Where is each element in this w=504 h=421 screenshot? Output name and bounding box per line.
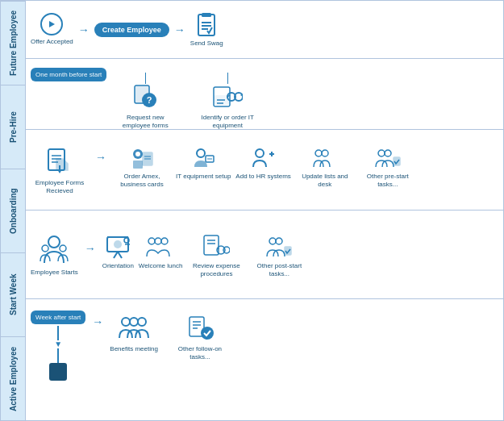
arrow-onboard-1: → bbox=[94, 151, 108, 164]
add-hr-item: Add to HR systems bbox=[235, 146, 290, 181]
arrow-1: → bbox=[77, 23, 91, 36]
lane-label-onboarding: Onboarding bbox=[1, 169, 25, 252]
svg-point-47 bbox=[114, 240, 122, 248]
lane-active-content: Week after start ▼ → bbox=[31, 306, 498, 381]
employee-starts-icon bbox=[39, 234, 69, 266]
send-swag-item: Send Swag bbox=[190, 11, 223, 48]
identify-it-label: Identify or order IT equipment bbox=[198, 114, 256, 129]
one-month-item: One month before start bbox=[31, 68, 106, 81]
svg-text:?: ? bbox=[147, 95, 152, 105]
arrow-2: → bbox=[173, 23, 187, 36]
forms-received-icon bbox=[45, 148, 74, 177]
svg-point-35 bbox=[256, 149, 264, 157]
benefits-meeting-item: Benefits meeting bbox=[110, 314, 158, 353]
send-swag-label: Send Swag bbox=[190, 40, 223, 48]
svg-point-41 bbox=[385, 150, 391, 156]
svg-rect-56 bbox=[204, 236, 219, 255]
diagram-container: Future Employee Pre-Hire Onboarding Star… bbox=[0, 0, 504, 421]
lane-active: Week after start ▼ → bbox=[26, 299, 503, 421]
svg-point-69 bbox=[138, 318, 146, 326]
svg-point-45 bbox=[60, 245, 66, 252]
svg-point-38 bbox=[315, 150, 322, 156]
send-swag-icon bbox=[194, 11, 219, 37]
update-lists-label: Update lists and desk bbox=[296, 173, 354, 188]
svg-rect-28 bbox=[133, 160, 143, 169]
arrow-active-1: → bbox=[90, 315, 105, 328]
lane-label-future: Future Employee bbox=[1, 1, 25, 85]
arrow-startweek-1: → bbox=[83, 242, 98, 255]
lane-future-content: Offer Accepted → Create Employee → bbox=[31, 11, 498, 48]
svg-rect-2 bbox=[202, 13, 211, 17]
update-lists-item: Update lists and desk bbox=[296, 146, 354, 188]
other-poststart-label: Other post-start tasks... bbox=[250, 262, 308, 277]
identify-it-icon bbox=[212, 84, 243, 111]
lane-startweek-content: Employee Starts → bbox=[31, 231, 498, 277]
offer-accepted-label: Offer Accepted bbox=[31, 38, 73, 46]
employee-starts-label: Employee Starts bbox=[31, 269, 78, 277]
week-after-rect: Week after start bbox=[31, 311, 85, 324]
lane-prehire: One month before start bbox=[26, 59, 503, 130]
lane-onboarding: Employee Forms Recieved → bbox=[26, 130, 503, 210]
other-followon-label: Other follow-on tasks... bbox=[171, 345, 229, 361]
lane-label-startweek: Start Week bbox=[1, 252, 25, 336]
create-employee-btn[interactable]: Create Employee bbox=[94, 23, 169, 37]
svg-marker-23 bbox=[56, 159, 68, 170]
svg-point-53 bbox=[148, 238, 155, 244]
it-setup-label: IT equipment setup bbox=[176, 173, 231, 181]
review-expense-item: Review expense procedures bbox=[187, 234, 245, 277]
welcome-lunch-item: Welcome lunch bbox=[139, 234, 183, 270]
svg-point-64 bbox=[269, 238, 276, 244]
svg-point-39 bbox=[322, 150, 328, 156]
other-followon-item: Other follow-on tasks... bbox=[171, 314, 229, 361]
start-event bbox=[40, 13, 63, 35]
create-employee-item[interactable]: Create Employee bbox=[94, 23, 169, 37]
orientation-item: Orientation bbox=[102, 234, 134, 270]
identify-it-item: Identify or order IT equipment bbox=[198, 84, 256, 129]
lane-onboarding-content: Employee Forms Recieved → bbox=[31, 144, 498, 194]
order-amex-item: Order Amex, business cards bbox=[113, 146, 171, 188]
lane-labels: Future Employee Pre-Hire Onboarding Star… bbox=[1, 1, 25, 420]
orientation-label: Orientation bbox=[102, 262, 134, 270]
employee-starts-item: Employee Starts bbox=[31, 234, 78, 277]
lane-prehire-content: One month before start bbox=[31, 58, 498, 129]
svg-point-55 bbox=[161, 238, 168, 244]
review-expense-label: Review expense procedures bbox=[187, 262, 245, 277]
svg-point-74 bbox=[201, 327, 214, 340]
onboarding-items: Order Amex, business cards IT equipment … bbox=[113, 146, 498, 188]
svg-point-60 bbox=[223, 247, 230, 253]
other-poststart-item: Other post-start tasks... bbox=[250, 234, 308, 277]
forms-received-item: Employee Forms Recieved bbox=[31, 148, 89, 194]
svg-point-44 bbox=[42, 245, 48, 252]
svg-point-40 bbox=[378, 150, 385, 156]
startweek-items: Orientation Welcome lunch bbox=[102, 234, 498, 277]
welcome-lunch-label: Welcome lunch bbox=[139, 262, 183, 270]
request-forms-item: ? Request new employee forms bbox=[116, 84, 174, 129]
request-forms-label: Request new employee forms bbox=[116, 114, 174, 129]
lanes-content: Offer Accepted → Create Employee → bbox=[25, 1, 503, 420]
other-prestart-label: Other pre-start tasks... bbox=[359, 173, 417, 188]
lane-future: Offer Accepted → Create Employee → bbox=[26, 1, 503, 59]
svg-point-65 bbox=[276, 238, 282, 244]
lane-startweek: Employee Starts → bbox=[26, 210, 503, 299]
it-setup-item: IT equipment setup bbox=[176, 146, 231, 181]
benefits-meeting-label: Benefits meeting bbox=[110, 345, 158, 353]
svg-point-68 bbox=[130, 318, 138, 326]
svg-point-27 bbox=[135, 152, 140, 156]
svg-line-49 bbox=[118, 252, 122, 258]
svg-marker-0 bbox=[49, 21, 55, 27]
request-forms-icon: ? bbox=[131, 84, 159, 111]
add-hr-label: Add to HR systems bbox=[235, 173, 290, 181]
svg-point-67 bbox=[122, 318, 130, 326]
svg-line-48 bbox=[114, 252, 118, 258]
forms-received-label: Employee Forms Recieved bbox=[31, 179, 89, 194]
svg-point-43 bbox=[48, 236, 60, 248]
lane-label-prehire: Pre-Hire bbox=[1, 85, 25, 169]
one-month-rect: One month before start bbox=[31, 68, 106, 81]
svg-marker-25 bbox=[57, 169, 62, 173]
svg-point-32 bbox=[197, 149, 205, 157]
active-items: Benefits meeting Other follow-on tasks. bbox=[110, 314, 498, 361]
lane-label-active: Active Employee bbox=[1, 336, 25, 420]
order-amex-label: Order Amex, business cards bbox=[113, 173, 171, 188]
offer-accepted-item: Offer Accepted bbox=[31, 13, 73, 46]
end-event bbox=[49, 363, 67, 381]
